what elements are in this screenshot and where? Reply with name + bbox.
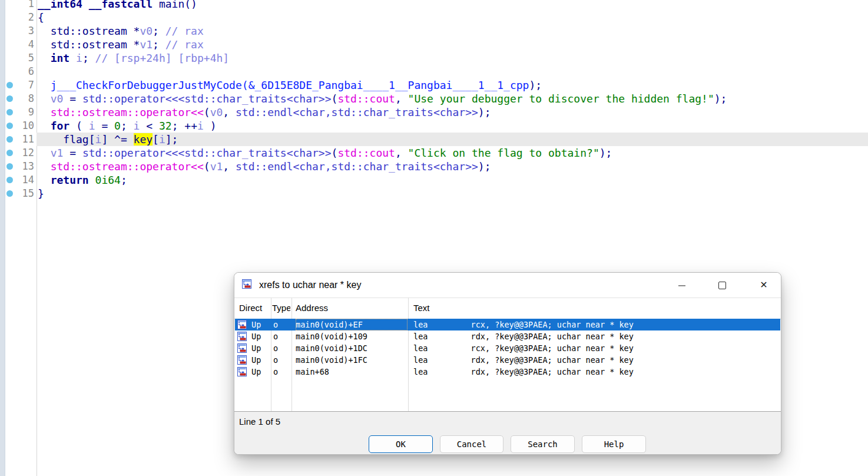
- line-number: 10: [20, 119, 34, 133]
- line-number: 4: [20, 38, 34, 51]
- code-line[interactable]: 12 v1 = std::operator<<<std::char_traits…: [0, 146, 868, 160]
- close-icon[interactable]: ✕: [752, 273, 776, 298]
- line-number: 6: [20, 65, 34, 78]
- cell-direction: Up: [251, 319, 261, 330]
- code-lines: 1__int64 __fastcall main()2{3 std::ostre…: [0, 0, 868, 200]
- cell-type: o: [273, 354, 278, 366]
- address-dot: [0, 65, 20, 78]
- code-line[interactable]: 8 v0 = std::operator<<<std::char_traits<…: [0, 92, 868, 105]
- code-line[interactable]: 4 std::ostream *v1; // rax: [0, 38, 868, 51]
- cell-direction: Up: [251, 330, 261, 342]
- xref-row[interactable]: Upomain0(void)+1DClea rcx, ?key@@3PAEA; …: [235, 342, 780, 354]
- code-text: std::ostream::operator<<(v0, std::endl<c…: [37, 105, 868, 119]
- code-text: }: [37, 187, 868, 200]
- xref-row[interactable]: Upomain0(void)+EFlea rcx, ?key@@3PAEA; u…: [235, 319, 780, 330]
- code-line[interactable]: 15}: [0, 187, 868, 200]
- address-dot: [0, 160, 20, 173]
- code-line[interactable]: 7 j___CheckForDebuggerJustMyCode(&_6D15E…: [0, 78, 868, 92]
- code-line[interactable]: 10 for ( i = 0; i < 32; ++i ): [0, 119, 868, 133]
- xref-dialog-icon: [242, 279, 254, 291]
- code-line[interactable]: 11 flag[i] ^= key[i];: [0, 133, 868, 146]
- code-text: for ( i = 0; i < 32; ++i ): [37, 119, 868, 133]
- column-header-direction[interactable]: Direct: [239, 298, 270, 319]
- code-text: v0 = std::operator<<<std::char_traits<ch…: [37, 92, 868, 105]
- line-number: 1: [20, 0, 34, 11]
- code-line[interactable]: 2{: [0, 11, 868, 24]
- address-dot: [0, 105, 20, 119]
- code-text: int i; // [rsp+24h] [rbp+4h]: [37, 51, 868, 65]
- cell-address: main0(void)+EF: [296, 319, 408, 330]
- line-number: 2: [20, 11, 34, 24]
- cell-text: lea rdx, ?key@@3PAEA; uchar near * key: [413, 366, 634, 378]
- code-line[interactable]: 5 int i; // [rsp+24h] [rbp+4h]: [0, 51, 868, 65]
- xref-row[interactable]: Upomain+68lea rdx, ?key@@3PAEA; uchar ne…: [235, 366, 780, 378]
- line-number: 8: [20, 92, 34, 105]
- xref-icon: [237, 320, 247, 329]
- xref-icon: [237, 367, 247, 376]
- line-number: 3: [20, 24, 34, 38]
- cell-address: main0(void)+109: [296, 330, 408, 342]
- address-dot: [0, 173, 20, 187]
- cell-type: o: [273, 366, 278, 378]
- code-text: std::ostream::operator<<(v1, std::endl<c…: [37, 160, 868, 173]
- cell-direction: Up: [251, 342, 261, 354]
- code-line[interactable]: 9 std::ostream::operator<<(v0, std::endl…: [0, 105, 868, 119]
- address-dot: [0, 146, 20, 160]
- help-button[interactable]: Help: [582, 435, 646, 453]
- line-number: 13: [20, 160, 34, 173]
- dialog-title: xrefs to uchar near * key: [259, 273, 361, 298]
- address-dot: [0, 133, 20, 146]
- code-line[interactable]: 13 std::ostream::operator<<(v1, std::end…: [0, 160, 868, 173]
- code-text: return 0i64;: [37, 173, 868, 187]
- address-dot: [0, 0, 20, 11]
- maximize-icon[interactable]: [710, 273, 734, 298]
- line-number: 12: [20, 146, 34, 160]
- cell-direction: Up: [251, 366, 261, 378]
- xref-row[interactable]: Upomain0(void)+109lea rdx, ?key@@3PAEA; …: [235, 330, 780, 342]
- xref-icon: [237, 343, 247, 353]
- search-button[interactable]: Search: [511, 435, 575, 453]
- xref-dialog: xrefs to uchar near * key ✕ Direct Type …: [234, 272, 781, 455]
- code-text: flag[i] ^= key[i];: [37, 133, 868, 146]
- cell-text: lea rdx, ?key@@3PAEA; uchar near * key: [413, 330, 634, 342]
- code-line[interactable]: 3 std::ostream *v0; // rax: [0, 24, 868, 38]
- xref-icon: [237, 332, 247, 341]
- column-header-text[interactable]: Text: [413, 298, 649, 319]
- cell-address: main0(void)+1DC: [296, 342, 408, 354]
- xref-row[interactable]: Upomain0(void)+1FClea rdx, ?key@@3PAEA; …: [235, 354, 780, 366]
- cell-type: o: [273, 330, 278, 342]
- code-text: std::ostream *v0; // rax: [37, 24, 868, 38]
- code-line[interactable]: 14 return 0i64;: [0, 173, 868, 187]
- line-number: 5: [20, 51, 34, 65]
- cell-text: lea rcx, ?key@@3PAEA; uchar near * key: [413, 319, 634, 330]
- code-text: [37, 65, 868, 78]
- line-number: 14: [20, 173, 34, 187]
- status-line: Line 1 of 5: [239, 416, 280, 427]
- code-text: __int64 __fastcall main(): [37, 0, 868, 11]
- address-dot: [0, 51, 20, 65]
- line-number: 9: [20, 105, 34, 119]
- xref-table: Upomain0(void)+EFlea rcx, ?key@@3PAEA; u…: [235, 319, 780, 378]
- minimize-icon[interactable]: [670, 273, 694, 298]
- code-text: v1 = std::operator<<<std::char_traits<ch…: [37, 146, 868, 160]
- dialog-titlebar[interactable]: xrefs to uchar near * key ✕: [234, 273, 781, 298]
- address-dot: [0, 187, 20, 200]
- cell-text: lea rdx, ?key@@3PAEA; uchar near * key: [413, 354, 634, 366]
- cell-type: o: [273, 342, 278, 354]
- dialog-footer: Line 1 of 5 OK Cancel Search Help: [234, 412, 781, 454]
- line-number: 11: [20, 133, 34, 146]
- ok-button[interactable]: OK: [369, 435, 433, 453]
- code-line[interactable]: 1__int64 __fastcall main(): [0, 0, 868, 11]
- address-dot: [0, 11, 20, 24]
- xref-table-header: Direct Type Address Text: [234, 298, 781, 319]
- column-header-address[interactable]: Address: [296, 298, 406, 319]
- address-dot: [0, 78, 20, 92]
- cell-text: lea rcx, ?key@@3PAEA; uchar near * key: [413, 342, 634, 354]
- code-text: j___CheckForDebuggerJustMyCode(&_6D15E8D…: [37, 78, 868, 92]
- line-number: 15: [20, 187, 34, 200]
- column-header-type[interactable]: Type: [272, 298, 290, 319]
- code-line[interactable]: 6: [0, 65, 868, 78]
- cancel-button[interactable]: Cancel: [440, 435, 503, 453]
- code-text: {: [37, 11, 868, 24]
- xref-icon: [237, 355, 247, 365]
